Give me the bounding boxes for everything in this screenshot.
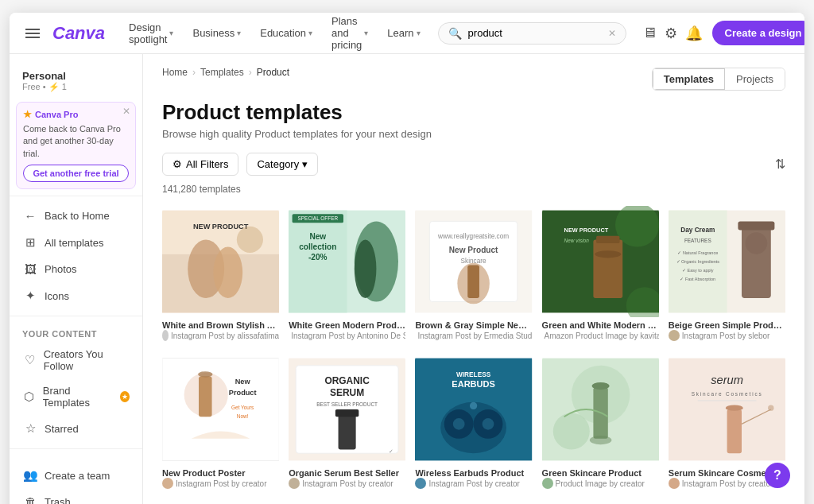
sort-icon[interactable]: ⇅ <box>775 157 785 172</box>
category-filter-button[interactable]: Category ▾ <box>246 153 317 176</box>
help-button[interactable]: ? <box>765 463 790 488</box>
template-card[interactable]: SPECIAL OFFER New collection -20% White … <box>289 206 405 344</box>
svg-point-44 <box>198 371 212 377</box>
template-author: Instagram Post by Antonino De Stefano <box>289 330 405 341</box>
sidebar-user-name: Personal <box>22 70 130 82</box>
svg-text:-20%: -20% <box>308 253 328 262</box>
svg-point-14 <box>355 239 377 298</box>
template-card[interactable]: Green Skincare Product Product Image by … <box>542 354 659 492</box>
toggle-templates[interactable]: Templates <box>653 68 725 90</box>
svg-text:SERUM: SERUM <box>330 387 364 398</box>
sidebar-item-all-templates[interactable]: ⊞ All templates <box>10 229 142 256</box>
brand-badge: ★ <box>120 391 130 402</box>
template-info: White and Brown Stylish Appliance... Ins… <box>162 317 279 344</box>
chevron-down-icon: ▾ <box>308 29 312 37</box>
search-clear-icon[interactable]: ✕ <box>608 28 616 39</box>
template-thumbnail: www.reallygreatsite.com New Product Skin… <box>415 206 532 317</box>
nav-business[interactable]: Business ▾ <box>184 13 249 55</box>
template-info: Green Skincare Product Product Image by … <box>542 465 659 492</box>
template-card[interactable]: www.reallygreatsite.com New Product Skin… <box>415 206 532 344</box>
nav-learn[interactable]: Learn ▾ <box>379 13 428 55</box>
template-thumbnail: Day Cream FEATURES ✓ Natural Fragrance ✓… <box>669 206 785 317</box>
sidebar: Personal Free • ⚡ 1 ✕ ★ Canva Pro Come b… <box>10 54 143 504</box>
avatar <box>162 478 173 489</box>
sidebar-bottom: 👥 Create a team 🗑 Trash <box>10 462 142 504</box>
svg-point-3 <box>213 247 242 298</box>
back-icon: ← <box>22 209 38 223</box>
create-design-button[interactable]: Create a design <box>712 21 804 45</box>
sidebar-item-starred[interactable]: ☆ Starred <box>10 415 142 442</box>
sidebar-user-plan: Free • ⚡ 1 <box>22 82 130 92</box>
svg-text:serum: serum <box>711 374 743 386</box>
content-inner: Home › Templates › Product Templates Pro… <box>143 54 804 504</box>
toggle-projects[interactable]: Projects <box>725 68 785 90</box>
template-info: Organic Serum Best Seller Instagram Post… <box>289 465 405 492</box>
canva-logo: Canva <box>52 23 105 44</box>
sidebar-item-label: Back to Home <box>45 210 110 222</box>
sidebar-item-creators[interactable]: ♡ Creators You Follow <box>10 342 142 378</box>
svg-rect-21 <box>468 266 480 298</box>
hamburger-menu[interactable] <box>22 25 43 41</box>
all-filters-button[interactable]: ⚙ All Filters <box>162 153 238 176</box>
heart-icon: ♡ <box>22 353 37 367</box>
svg-point-5 <box>237 227 263 253</box>
canva-pro-trial-button[interactable]: Get another free trial <box>23 165 129 182</box>
template-card[interactable]: Day Cream FEATURES ✓ Natural Fragrance ✓… <box>669 206 785 344</box>
svg-text:Day Cream: Day Cream <box>680 227 715 234</box>
monitor-icon[interactable]: 🖥 <box>642 25 657 41</box>
team-icon: 👥 <box>22 468 38 483</box>
template-card[interactable]: WIRELESS EARBUDS Wireless E <box>415 354 532 492</box>
nav-plans-pricing[interactable]: Plans and pricing ▾ <box>324 13 376 55</box>
trash-icon: 🗑 <box>22 495 38 504</box>
sidebar-item-photos[interactable]: 🖼 Photos <box>10 256 142 282</box>
chevron-down-icon: ▾ <box>364 29 368 37</box>
search-input[interactable] <box>468 27 602 39</box>
avatar <box>669 478 680 489</box>
close-icon[interactable]: ✕ <box>122 106 130 117</box>
template-card[interactable]: NEW PRODUCT White and Brown Stylish Appl… <box>162 206 279 344</box>
sidebar-item-brand-templates[interactable]: ⬡ Brand Templates ★ <box>10 378 142 415</box>
sidebar-item-back-home[interactable]: ← Back to Home <box>10 203 142 229</box>
template-thumbnail: New Product Get Yours Now! <box>162 354 279 465</box>
template-card[interactable]: NEW PRODUCT New vision Green and White M… <box>542 206 659 344</box>
template-author: Instagram Post by creator <box>162 478 279 489</box>
main-layout: Personal Free • ⚡ 1 ✕ ★ Canva Pro Come b… <box>10 54 804 504</box>
svg-point-29 <box>595 250 621 258</box>
template-name: New Product Poster <box>162 468 279 478</box>
avatar <box>162 330 169 341</box>
svg-text:New Product: New Product <box>449 246 498 254</box>
svg-rect-54 <box>339 413 356 450</box>
bell-icon[interactable]: 🔔 <box>685 25 703 42</box>
sidebar-item-label: Creators You Follow <box>44 348 130 372</box>
breadcrumb-templates[interactable]: Templates <box>200 67 244 78</box>
template-thumbnail: serum Skincare Cosmetics <box>669 354 785 465</box>
sidebar-item-icons[interactable]: ✦ Icons <box>10 282 142 309</box>
sidebar-item-trash[interactable]: 🗑 Trash <box>10 489 142 504</box>
template-author: Instagram Post by alissafatima <box>162 330 279 341</box>
template-info: New Product Poster Instagram Post by cre… <box>162 465 279 492</box>
nav-design-spotlight[interactable]: Design spotlight ▾ <box>121 13 181 55</box>
nav-education[interactable]: Education ▾ <box>252 13 320 55</box>
sidebar-user-header: Personal Free • ⚡ 1 <box>10 64 142 95</box>
template-name: Brown & Gray Simple New Skincare... <box>415 320 532 330</box>
breadcrumb-home[interactable]: Home <box>162 67 188 78</box>
settings-icon[interactable]: ⚙ <box>665 25 677 42</box>
breadcrumb-current: Product <box>257 67 289 78</box>
avatar <box>669 330 680 341</box>
star-outline-icon: ☆ <box>22 421 38 436</box>
sidebar-item-create-team[interactable]: 👥 Create a team <box>10 462 142 489</box>
help-icon[interactable]: ? <box>765 463 790 488</box>
svg-text:New vision: New vision <box>564 238 589 243</box>
search-bar[interactable]: 🔍 ✕ <box>438 22 626 45</box>
svg-text:Get Yours: Get Yours <box>231 405 254 410</box>
svg-text:NEW PRODUCT: NEW PRODUCT <box>564 227 608 234</box>
svg-point-40 <box>745 232 767 254</box>
template-info: White Green Modern Product Mark... Insta… <box>289 317 405 344</box>
template-thumbnail <box>542 354 659 465</box>
avatar <box>415 478 426 489</box>
template-card[interactable]: ORGANIC SERUM BEST SELLER PRODUCT ✓ Orga… <box>289 354 405 492</box>
sidebar-your-content-label: Your Content <box>10 323 142 342</box>
template-card[interactable]: New Product Get Yours Now! New Product P… <box>162 354 279 492</box>
svg-point-77 <box>726 405 743 410</box>
svg-text:Skincare Cosmetics: Skincare Cosmetics <box>691 391 762 397</box>
